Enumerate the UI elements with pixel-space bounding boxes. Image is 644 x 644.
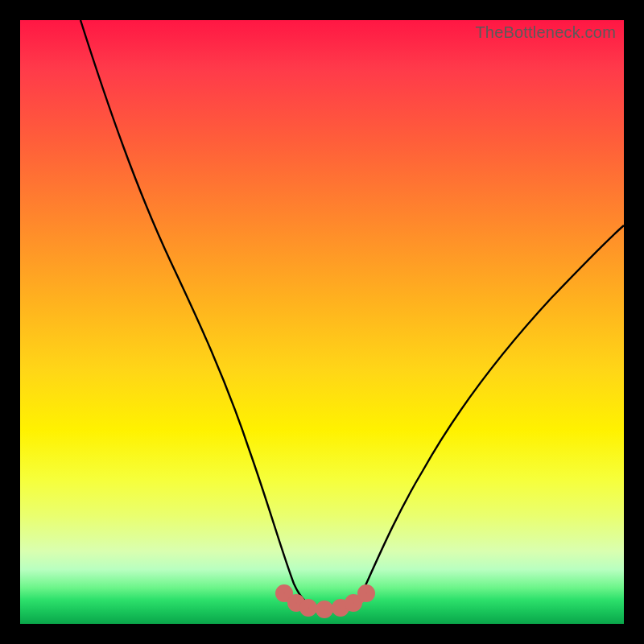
curve-layer	[20, 20, 624, 624]
svg-point-4	[336, 603, 345, 613]
low-bottleneck-markers	[279, 588, 371, 614]
svg-point-0	[279, 588, 289, 598]
plot-area: TheBottleneck.com	[20, 20, 624, 624]
svg-point-2	[303, 603, 313, 613]
svg-point-3	[320, 605, 329, 614]
svg-point-5	[349, 598, 358, 608]
svg-point-6	[361, 588, 371, 598]
bottleneck-curve	[80, 20, 624, 608]
chart-frame: TheBottleneck.com	[0, 0, 644, 644]
